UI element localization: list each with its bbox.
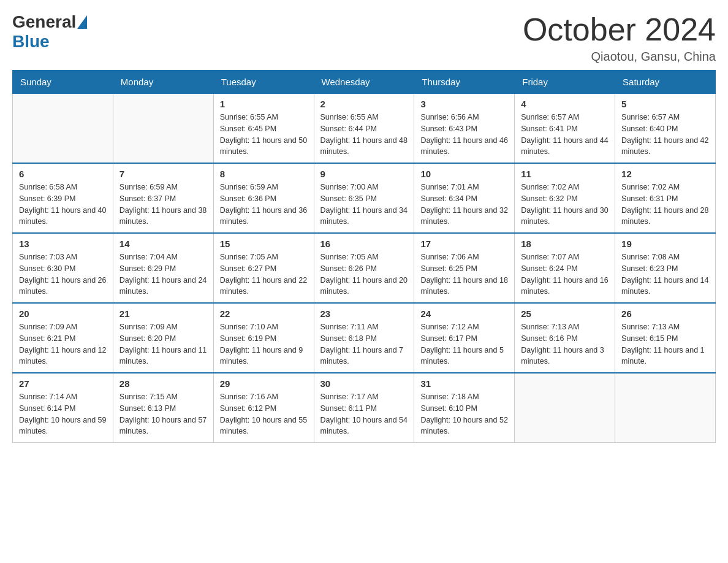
calendar-cell: 27Sunrise: 7:14 AMSunset: 6:14 PMDayligh… bbox=[13, 373, 113, 443]
day-info: Sunrise: 7:16 AMSunset: 6:12 PMDaylight:… bbox=[220, 391, 308, 437]
calendar-cell: 6Sunrise: 6:58 AMSunset: 6:39 PMDaylight… bbox=[13, 163, 113, 233]
day-number: 26 bbox=[621, 308, 709, 319]
calendar-cell: 15Sunrise: 7:05 AMSunset: 6:27 PMDayligh… bbox=[213, 233, 314, 303]
calendar-cell: 4Sunrise: 6:57 AMSunset: 6:41 PMDaylight… bbox=[515, 94, 615, 164]
calendar-cell: 10Sunrise: 7:01 AMSunset: 6:34 PMDayligh… bbox=[414, 163, 515, 233]
day-info: Sunrise: 7:15 AMSunset: 6:13 PMDaylight:… bbox=[119, 391, 207, 437]
logo: General Blue bbox=[12, 12, 88, 52]
day-number: 15 bbox=[220, 239, 308, 249]
day-number: 2 bbox=[320, 99, 408, 109]
day-info: Sunrise: 7:02 AMSunset: 6:31 PMDaylight:… bbox=[621, 182, 709, 228]
day-number: 19 bbox=[621, 239, 709, 249]
logo-triangle-icon bbox=[77, 15, 87, 29]
day-info: Sunrise: 6:57 AMSunset: 6:41 PMDaylight:… bbox=[521, 112, 609, 158]
calendar-cell: 18Sunrise: 7:07 AMSunset: 6:24 PMDayligh… bbox=[515, 233, 615, 303]
calendar-cell: 9Sunrise: 7:00 AMSunset: 6:35 PMDaylight… bbox=[314, 163, 414, 233]
day-info: Sunrise: 7:05 AMSunset: 6:27 PMDaylight:… bbox=[220, 251, 308, 297]
day-number: 24 bbox=[420, 308, 508, 319]
calendar-header-row: SundayMondayTuesdayWednesdayThursdayFrid… bbox=[13, 71, 716, 94]
calendar-cell: 22Sunrise: 7:10 AMSunset: 6:19 PMDayligh… bbox=[213, 303, 314, 373]
calendar-cell: 8Sunrise: 6:59 AMSunset: 6:36 PMDaylight… bbox=[213, 163, 314, 233]
day-number: 10 bbox=[420, 169, 508, 179]
day-number: 30 bbox=[320, 378, 408, 389]
calendar-cell: 30Sunrise: 7:17 AMSunset: 6:11 PMDayligh… bbox=[314, 373, 414, 443]
calendar-header-sunday: Sunday bbox=[13, 71, 113, 94]
day-number: 25 bbox=[521, 308, 609, 319]
page-header: General Blue October 2024 Qiaotou, Gansu… bbox=[12, 12, 716, 64]
day-number: 27 bbox=[19, 378, 107, 389]
calendar-cell: 31Sunrise: 7:18 AMSunset: 6:10 PMDayligh… bbox=[414, 373, 515, 443]
calendar-cell: 17Sunrise: 7:06 AMSunset: 6:25 PMDayligh… bbox=[414, 233, 515, 303]
day-number: 22 bbox=[220, 308, 308, 319]
day-number: 21 bbox=[119, 308, 207, 319]
day-info: Sunrise: 7:05 AMSunset: 6:26 PMDaylight:… bbox=[320, 251, 408, 297]
calendar-cell: 28Sunrise: 7:15 AMSunset: 6:13 PMDayligh… bbox=[113, 373, 213, 443]
calendar-cell: 12Sunrise: 7:02 AMSunset: 6:31 PMDayligh… bbox=[615, 163, 716, 233]
day-info: Sunrise: 7:18 AMSunset: 6:10 PMDaylight:… bbox=[420, 391, 508, 437]
day-info: Sunrise: 6:59 AMSunset: 6:37 PMDaylight:… bbox=[119, 182, 207, 228]
day-number: 31 bbox=[420, 378, 508, 389]
calendar-cell: 13Sunrise: 7:03 AMSunset: 6:30 PMDayligh… bbox=[13, 233, 113, 303]
calendar-header-wednesday: Wednesday bbox=[314, 71, 414, 94]
logo-general-text: General bbox=[12, 12, 76, 32]
day-number: 17 bbox=[420, 239, 508, 249]
calendar-cell: 1Sunrise: 6:55 AMSunset: 6:45 PMDaylight… bbox=[213, 94, 314, 164]
day-number: 9 bbox=[320, 169, 408, 179]
day-number: 4 bbox=[521, 99, 609, 109]
day-info: Sunrise: 7:06 AMSunset: 6:25 PMDaylight:… bbox=[420, 251, 508, 297]
day-info: Sunrise: 7:04 AMSunset: 6:29 PMDaylight:… bbox=[119, 251, 207, 297]
calendar-cell: 2Sunrise: 6:55 AMSunset: 6:44 PMDaylight… bbox=[314, 94, 414, 164]
calendar-cell bbox=[113, 94, 213, 164]
calendar-cell: 24Sunrise: 7:12 AMSunset: 6:17 PMDayligh… bbox=[414, 303, 515, 373]
day-number: 7 bbox=[119, 169, 207, 179]
day-info: Sunrise: 6:57 AMSunset: 6:40 PMDaylight:… bbox=[621, 112, 709, 158]
logo-blue-text: Blue bbox=[12, 32, 50, 52]
day-info: Sunrise: 7:13 AMSunset: 6:16 PMDaylight:… bbox=[521, 321, 609, 367]
day-number: 14 bbox=[119, 239, 207, 249]
calendar-cell: 14Sunrise: 7:04 AMSunset: 6:29 PMDayligh… bbox=[113, 233, 213, 303]
calendar-cell: 20Sunrise: 7:09 AMSunset: 6:21 PMDayligh… bbox=[13, 303, 113, 373]
day-info: Sunrise: 7:02 AMSunset: 6:32 PMDaylight:… bbox=[521, 182, 609, 228]
calendar-cell: 21Sunrise: 7:09 AMSunset: 6:20 PMDayligh… bbox=[113, 303, 213, 373]
title-block: October 2024 Qiaotou, Gansu, China bbox=[523, 12, 716, 64]
calendar-cell: 11Sunrise: 7:02 AMSunset: 6:32 PMDayligh… bbox=[515, 163, 615, 233]
location-text: Qiaotou, Gansu, China bbox=[523, 50, 716, 64]
calendar-week-row: 6Sunrise: 6:58 AMSunset: 6:39 PMDaylight… bbox=[13, 163, 716, 233]
calendar-header-tuesday: Tuesday bbox=[213, 71, 314, 94]
day-info: Sunrise: 6:58 AMSunset: 6:39 PMDaylight:… bbox=[19, 182, 107, 228]
day-info: Sunrise: 7:17 AMSunset: 6:11 PMDaylight:… bbox=[320, 391, 408, 437]
calendar-cell bbox=[615, 373, 716, 443]
calendar-cell: 5Sunrise: 6:57 AMSunset: 6:40 PMDaylight… bbox=[615, 94, 716, 164]
calendar-cell: 16Sunrise: 7:05 AMSunset: 6:26 PMDayligh… bbox=[314, 233, 414, 303]
day-info: Sunrise: 7:13 AMSunset: 6:15 PMDaylight:… bbox=[621, 321, 709, 367]
calendar-cell: 29Sunrise: 7:16 AMSunset: 6:12 PMDayligh… bbox=[213, 373, 314, 443]
calendar-week-row: 27Sunrise: 7:14 AMSunset: 6:14 PMDayligh… bbox=[13, 373, 716, 443]
calendar-header-monday: Monday bbox=[113, 71, 213, 94]
day-info: Sunrise: 7:09 AMSunset: 6:20 PMDaylight:… bbox=[119, 321, 207, 367]
day-info: Sunrise: 7:10 AMSunset: 6:19 PMDaylight:… bbox=[220, 321, 308, 367]
day-info: Sunrise: 6:55 AMSunset: 6:44 PMDaylight:… bbox=[320, 112, 408, 158]
calendar-cell bbox=[13, 94, 113, 164]
day-info: Sunrise: 7:12 AMSunset: 6:17 PMDaylight:… bbox=[420, 321, 508, 367]
day-number: 6 bbox=[19, 169, 107, 179]
calendar-cell bbox=[515, 373, 615, 443]
calendar-cell: 3Sunrise: 6:56 AMSunset: 6:43 PMDaylight… bbox=[414, 94, 515, 164]
calendar-header-friday: Friday bbox=[515, 71, 615, 94]
day-info: Sunrise: 6:55 AMSunset: 6:45 PMDaylight:… bbox=[220, 112, 308, 158]
day-number: 3 bbox=[420, 99, 508, 109]
day-number: 1 bbox=[220, 99, 308, 109]
day-number: 11 bbox=[521, 169, 609, 179]
day-number: 18 bbox=[521, 239, 609, 249]
day-number: 23 bbox=[320, 308, 408, 319]
calendar-week-row: 1Sunrise: 6:55 AMSunset: 6:45 PMDaylight… bbox=[13, 94, 716, 164]
calendar-week-row: 13Sunrise: 7:03 AMSunset: 6:30 PMDayligh… bbox=[13, 233, 716, 303]
day-number: 16 bbox=[320, 239, 408, 249]
day-info: Sunrise: 7:03 AMSunset: 6:30 PMDaylight:… bbox=[19, 251, 107, 297]
day-info: Sunrise: 7:00 AMSunset: 6:35 PMDaylight:… bbox=[320, 182, 408, 228]
calendar-cell: 26Sunrise: 7:13 AMSunset: 6:15 PMDayligh… bbox=[615, 303, 716, 373]
calendar-table: SundayMondayTuesdayWednesdayThursdayFrid… bbox=[12, 70, 716, 443]
day-info: Sunrise: 6:59 AMSunset: 6:36 PMDaylight:… bbox=[220, 182, 308, 228]
calendar-cell: 23Sunrise: 7:11 AMSunset: 6:18 PMDayligh… bbox=[314, 303, 414, 373]
day-info: Sunrise: 7:14 AMSunset: 6:14 PMDaylight:… bbox=[19, 391, 107, 437]
day-info: Sunrise: 6:56 AMSunset: 6:43 PMDaylight:… bbox=[420, 112, 508, 158]
